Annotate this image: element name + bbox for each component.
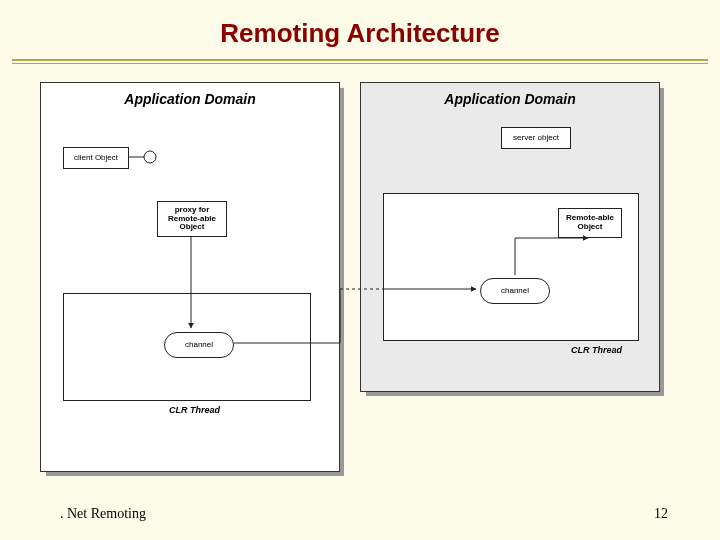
diagram: Application Domain client Object proxy f… bbox=[40, 82, 680, 482]
page-title: Remoting Architecture bbox=[0, 0, 720, 59]
title-underline bbox=[0, 59, 720, 64]
footer-topic: . Net Remoting bbox=[60, 506, 146, 522]
right-channel-box: channel bbox=[480, 278, 550, 304]
right-app-domain-panel: Application Domain server object Remote-… bbox=[360, 82, 660, 392]
client-object-box: client Object bbox=[63, 147, 129, 169]
right-clr-thread-label: CLR Thread bbox=[571, 345, 622, 355]
right-clr-thread-panel: Remote-able Object channel bbox=[383, 193, 639, 341]
remoteable-object-box: Remote-able Object bbox=[558, 208, 622, 238]
left-app-domain-panel: Application Domain client Object proxy f… bbox=[40, 82, 340, 472]
page-number: 12 bbox=[654, 506, 668, 522]
left-clr-thread-panel: channel bbox=[63, 293, 311, 401]
left-clr-thread-label: CLR Thread bbox=[169, 405, 220, 415]
server-object-box: server object bbox=[501, 127, 571, 149]
left-panel-heading: Application Domain bbox=[41, 83, 339, 111]
proxy-box: proxy for Remote-able Object bbox=[157, 201, 227, 237]
left-channel-box: channel bbox=[164, 332, 234, 358]
right-panel-heading: Application Domain bbox=[361, 83, 659, 111]
